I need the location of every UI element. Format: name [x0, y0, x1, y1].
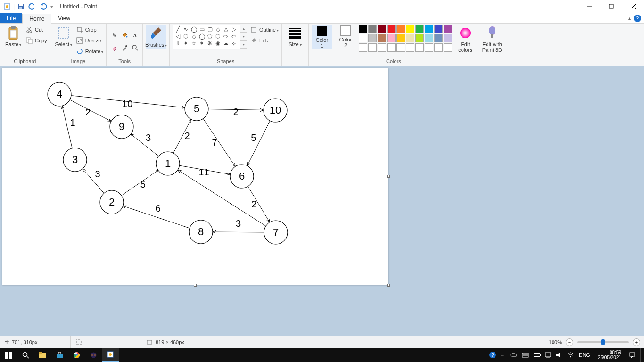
tray-network-icon[interactable] — [545, 352, 551, 358]
image-group-label: Image — [53, 58, 103, 66]
palette-swatch[interactable] — [425, 34, 433, 42]
tray-clock[interactable]: 08:59 25/05/2021 — [595, 350, 624, 360]
paint-app-icon[interactable] — [2, 1, 12, 12]
tab-file[interactable]: File — [0, 13, 22, 23]
palette-swatch[interactable] — [434, 34, 443, 42]
palette-swatch[interactable] — [359, 25, 367, 33]
zoom-in-button[interactable]: + — [633, 338, 640, 346]
select-button[interactable]: Select — [53, 25, 74, 48]
paste-button[interactable]: Paste — [3, 25, 24, 48]
save-icon[interactable] — [16, 1, 26, 12]
tray-onedrive-icon[interactable] — [510, 353, 517, 358]
drawing-canvas[interactable]: 102213275351126345109316287 — [2, 68, 388, 285]
outline-icon — [250, 26, 257, 33]
explorer-button[interactable] — [34, 348, 51, 362]
zoom-controls: 100% − + — [545, 338, 644, 346]
palette-swatch-empty[interactable] — [406, 43, 414, 52]
palette-swatch[interactable] — [378, 34, 386, 42]
eraser-tool[interactable] — [109, 42, 119, 53]
color2-button[interactable]: Color 2 — [335, 25, 356, 48]
show-desktop-button[interactable] — [640, 348, 642, 362]
svg-rect-10 — [11, 26, 16, 29]
palette-swatch-empty[interactable] — [444, 43, 452, 52]
chrome-button[interactable] — [68, 348, 85, 362]
palette-swatch[interactable] — [387, 34, 396, 42]
crop-button[interactable]: Crop — [76, 25, 103, 35]
tray-keyboard-icon[interactable] — [522, 353, 529, 358]
zoom-out-button[interactable]: − — [566, 338, 573, 346]
palette-swatch[interactable] — [378, 25, 386, 33]
pencil-tool[interactable]: ✎ — [109, 30, 119, 41]
maximize-button[interactable] — [601, 0, 622, 13]
close-button[interactable] — [622, 0, 644, 13]
palette-swatch[interactable] — [368, 34, 377, 42]
zoom-slider[interactable] — [577, 341, 629, 343]
canvas-size-value: 819 × 460px — [156, 339, 184, 345]
tray-help-icon[interactable]: ? — [489, 352, 496, 358]
cut-button[interactable]: Cut — [25, 25, 47, 35]
palette-swatch[interactable] — [396, 34, 405, 42]
minimize-ribbon-icon[interactable]: ▴ — [628, 16, 631, 21]
paint3d-button[interactable]: Edit with Paint 3D — [482, 25, 503, 53]
tray-notifications-icon[interactable] — [629, 352, 636, 358]
resize-handle-right[interactable] — [387, 175, 390, 178]
color-palette[interactable] — [359, 25, 452, 52]
magnifier-tool[interactable] — [130, 42, 140, 53]
undo-icon[interactable] — [27, 1, 37, 12]
palette-swatch-empty[interactable] — [425, 43, 433, 52]
picker-tool[interactable] — [120, 42, 129, 53]
rotate-button[interactable]: Rotate — [76, 46, 103, 57]
tray-lang[interactable]: ENG — [579, 352, 590, 358]
store-button[interactable] — [51, 348, 68, 362]
palette-swatch-empty[interactable] — [415, 43, 424, 52]
paint-taskbar-button[interactable] — [102, 348, 119, 362]
minimize-button[interactable] — [579, 0, 601, 13]
tray-volume-icon[interactable] — [556, 352, 562, 358]
palette-swatch[interactable] — [415, 25, 424, 33]
palette-swatch-empty[interactable] — [396, 43, 405, 52]
text-tool[interactable]: A — [130, 30, 140, 41]
resize-handle-bottom[interactable] — [194, 284, 197, 287]
palette-swatch[interactable] — [406, 25, 414, 33]
redo-icon[interactable] — [38, 1, 49, 12]
shape-outline-button[interactable]: Outline — [250, 25, 279, 35]
shapes-scroll[interactable]: ▴▾▾ — [240, 25, 247, 49]
tray-battery-icon[interactable] — [534, 353, 540, 357]
palette-swatch-empty[interactable] — [378, 43, 386, 52]
palette-swatch[interactable] — [406, 34, 414, 42]
tray-chevron-icon[interactable]: ︿ — [501, 352, 505, 358]
tab-view[interactable]: View — [51, 13, 77, 23]
palette-swatch[interactable] — [434, 25, 443, 33]
edit-colors-button[interactable]: Edit colors — [455, 25, 476, 53]
resize-button[interactable]: Resize — [76, 35, 103, 46]
palette-swatch[interactable] — [444, 34, 452, 42]
palette-swatch[interactable] — [396, 25, 405, 33]
bucket-tool[interactable] — [120, 30, 129, 41]
palette-swatch[interactable] — [359, 34, 367, 42]
tab-home[interactable]: Home — [22, 14, 51, 24]
shapes-gallery[interactable]: ╱∿◯▭▢◇△▷ ◁⬡◇◯⬠⬡⇨⇦ ⇩✦☆✶❋◉☁⟡ — [173, 25, 240, 49]
palette-swatch[interactable] — [368, 25, 377, 33]
eclipse-button[interactable] — [85, 348, 102, 362]
palette-swatch[interactable] — [387, 25, 396, 33]
resize-handle-corner[interactable] — [387, 284, 390, 287]
palette-swatch[interactable] — [425, 25, 433, 33]
palette-swatch-empty[interactable] — [368, 43, 377, 52]
shape-fill-button[interactable]: Fill — [250, 35, 279, 46]
color1-button[interactable]: Color 1 — [312, 25, 332, 49]
size-button[interactable]: Size — [285, 25, 305, 48]
brushes-button[interactable]: Brushes — [146, 25, 166, 49]
tray-wifi-icon[interactable] — [567, 352, 574, 358]
palette-swatch[interactable] — [415, 34, 424, 42]
palette-swatch-empty[interactable] — [359, 43, 367, 52]
copy-button[interactable]: Copy — [25, 35, 47, 46]
palette-swatch-empty[interactable] — [434, 43, 443, 52]
palette-swatch-empty[interactable] — [387, 43, 396, 52]
size-group-label — [285, 58, 305, 66]
ribbon-tabs: File Home View ▴ ? — [0, 13, 644, 24]
search-button[interactable] — [17, 348, 34, 362]
group-shapes: ╱∿◯▭▢◇△▷ ◁⬡◇◯⬠⬡⇨⇦ ⇩✦☆✶❋◉☁⟡ ▴▾▾ Outline F… — [170, 24, 282, 66]
start-button[interactable] — [0, 348, 17, 362]
help-icon[interactable]: ? — [634, 15, 641, 22]
palette-swatch[interactable] — [444, 25, 452, 33]
